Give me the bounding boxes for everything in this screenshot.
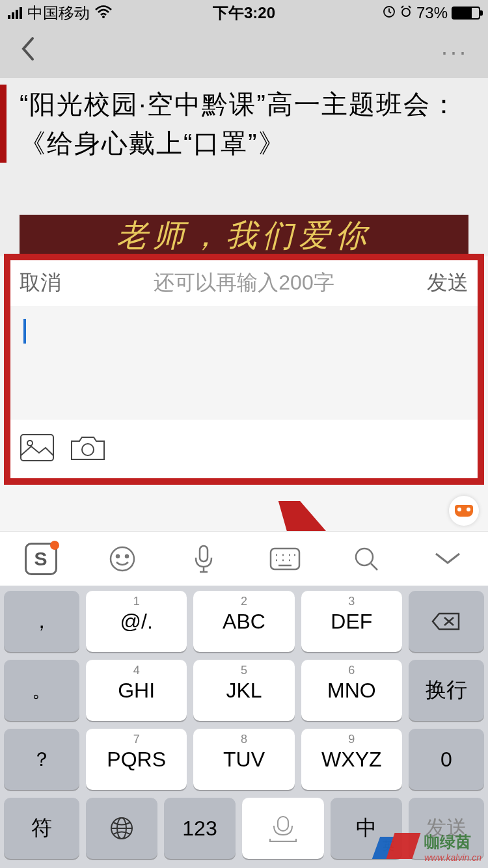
status-bar: 中国移动 下午3:20 73% bbox=[0, 0, 488, 26]
key-globe[interactable] bbox=[86, 798, 157, 859]
svg-point-4 bbox=[27, 441, 33, 446]
article-title: “阳光校园·空中黔课”高一主题班会：《给身心戴上“口罩”》 bbox=[20, 85, 475, 163]
key-backspace[interactable] bbox=[409, 591, 484, 652]
rotation-lock-icon bbox=[383, 4, 396, 22]
key-newline[interactable]: 换行 bbox=[409, 660, 484, 721]
watermark: 咖绿茵 www.kalvin.cn bbox=[376, 832, 481, 863]
status-left: 中国移动 bbox=[8, 3, 165, 23]
hero-text: 老师，我们爱你 bbox=[116, 215, 372, 256]
title-accent-bar bbox=[0, 85, 7, 163]
search-icon[interactable] bbox=[349, 541, 384, 576]
char-count-hint: 还可以再输入200字 bbox=[61, 269, 427, 297]
key-question[interactable]: ？ bbox=[4, 729, 79, 790]
more-button[interactable]: ··· bbox=[441, 38, 468, 66]
status-time: 下午3:20 bbox=[165, 3, 323, 23]
key-2[interactable]: 2ABC bbox=[193, 591, 294, 652]
battery-pct: 73% bbox=[416, 4, 448, 22]
emoji-icon[interactable] bbox=[105, 541, 140, 576]
carrier-label: 中国移动 bbox=[27, 3, 90, 23]
assistant-avatar[interactable] bbox=[449, 496, 479, 526]
watermark-brand: 咖绿茵 bbox=[424, 832, 481, 852]
voice-icon[interactable] bbox=[186, 541, 221, 576]
svg-point-8 bbox=[111, 547, 134, 571]
key-period[interactable]: 。 bbox=[4, 660, 79, 721]
comment-panel: 取消 还可以再输入200字 发送 bbox=[10, 260, 478, 478]
key-6[interactable]: 6MNO bbox=[301, 660, 402, 721]
key-4[interactable]: 4GHI bbox=[86, 660, 187, 721]
nav-bar: ··· bbox=[0, 26, 488, 78]
svg-line-22 bbox=[371, 563, 377, 570]
status-right: 73% bbox=[323, 4, 480, 22]
svg-rect-3 bbox=[21, 435, 53, 461]
comment-textarea[interactable] bbox=[10, 306, 478, 420]
key-5[interactable]: 5JKL bbox=[193, 660, 294, 721]
keyboard: ， 1@/. 2ABC 3DEF 。 4GHI 5JKL 6MNO 换行 ？ 7… bbox=[0, 586, 488, 868]
key-1[interactable]: 1@/. bbox=[86, 591, 187, 652]
svg-point-0 bbox=[102, 16, 105, 18]
svg-point-10 bbox=[126, 555, 128, 558]
sogou-logo-icon[interactable]: S bbox=[23, 541, 59, 576]
battery-icon bbox=[452, 7, 480, 20]
comment-header: 取消 还可以再输入200字 发送 bbox=[10, 260, 478, 306]
key-0[interactable]: 0 bbox=[409, 729, 484, 790]
camera-icon[interactable] bbox=[70, 433, 105, 465]
wifi-icon bbox=[95, 4, 112, 22]
text-cursor bbox=[23, 319, 26, 344]
key-3[interactable]: 3DEF bbox=[301, 591, 402, 652]
svg-point-9 bbox=[116, 555, 119, 558]
signal-icon bbox=[8, 7, 22, 19]
keyboard-icon[interactable] bbox=[267, 541, 303, 576]
watermark-logo-icon bbox=[376, 833, 422, 861]
send-button[interactable]: 发送 bbox=[427, 269, 468, 297]
key-symbols[interactable]: 符 bbox=[4, 798, 79, 859]
comment-toolbar bbox=[10, 420, 478, 478]
gallery-icon[interactable] bbox=[20, 433, 55, 465]
watermark-url: www.kalvin.cn bbox=[424, 852, 481, 863]
back-button[interactable] bbox=[20, 36, 35, 68]
key-9[interactable]: 9WXYZ bbox=[301, 729, 402, 790]
collapse-keyboard-icon[interactable] bbox=[430, 541, 465, 576]
article-area: “阳光校园·空中黔课”高一主题班会：《给身心戴上“口罩”》 老师，我们爱你 bbox=[0, 78, 488, 256]
article-hero-image: 老师，我们爱你 bbox=[20, 215, 468, 256]
svg-rect-11 bbox=[200, 546, 208, 562]
svg-point-5 bbox=[82, 444, 94, 455]
keyboard-toolbar: S bbox=[0, 531, 488, 586]
key-comma[interactable]: ， bbox=[4, 591, 79, 652]
svg-point-2 bbox=[402, 8, 410, 16]
svg-point-21 bbox=[356, 549, 373, 565]
cancel-button[interactable]: 取消 bbox=[20, 269, 61, 297]
svg-rect-28 bbox=[278, 817, 288, 831]
alarm-icon bbox=[400, 4, 413, 22]
key-8[interactable]: 8TUV bbox=[193, 729, 294, 790]
key-space[interactable] bbox=[242, 798, 324, 859]
key-123[interactable]: 123 bbox=[164, 798, 236, 859]
key-7[interactable]: 7PQRS bbox=[86, 729, 187, 790]
